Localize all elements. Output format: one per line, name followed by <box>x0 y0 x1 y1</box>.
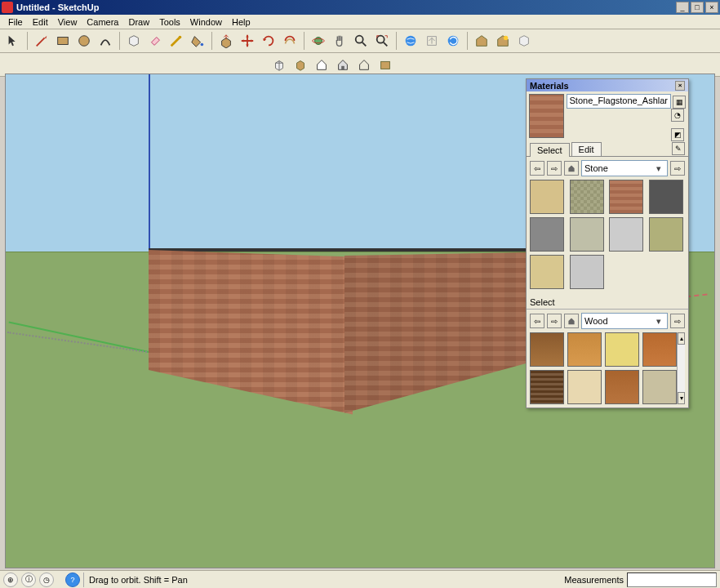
warehouse-tool-1[interactable] <box>472 31 491 51</box>
stone-swatch[interactable] <box>649 180 683 214</box>
move-tool[interactable] <box>238 31 257 51</box>
geo-location-icon[interactable]: ⊕ <box>3 572 18 587</box>
stone-swatch[interactable] <box>530 217 564 252</box>
maximize-button[interactable]: □ <box>691 2 704 13</box>
line-tool[interactable] <box>32 31 51 51</box>
help-icon[interactable]: ? <box>65 572 80 587</box>
wood-swatch[interactable] <box>642 370 677 404</box>
svg-point-6 <box>356 36 363 43</box>
default-material-button[interactable]: ◩ <box>671 128 684 141</box>
style-iso-tool[interactable] <box>269 55 289 74</box>
nav-home-button[interactable] <box>564 161 579 176</box>
warehouse-tool-3[interactable] <box>514 31 534 51</box>
share-model-tool[interactable] <box>422 31 442 51</box>
tape-measure-tool[interactable] <box>167 31 186 51</box>
close-button[interactable]: × <box>705 2 718 13</box>
nav-home-button-2[interactable] <box>564 314 579 328</box>
claim-icon[interactable]: ◷ <box>39 572 54 587</box>
materials-header: Stone_Flagstone_Ashlar ▦ ◔ ◩ <box>527 91 688 140</box>
chevron-down-icon: ▾ <box>653 163 664 174</box>
scroll-up-button[interactable]: ▴ <box>678 332 685 345</box>
style-flat-tool[interactable] <box>376 55 395 74</box>
sample-paint-button[interactable]: ✎ <box>672 142 685 155</box>
wood-scrollbar[interactable]: ▴ ▾ <box>677 332 685 404</box>
chevron-down-icon: ▾ <box>653 316 664 327</box>
stone-swatch[interactable] <box>609 180 643 214</box>
details-button-2[interactable]: ⇨ <box>670 314 685 328</box>
style-house2-tool[interactable] <box>333 55 353 74</box>
category-dropdown-stone[interactable]: Stone ▾ <box>581 160 668 176</box>
refresh-tool[interactable] <box>443 31 463 51</box>
push-pull-tool[interactable] <box>216 31 236 51</box>
select-tool[interactable] <box>3 31 23 51</box>
nav-back-button[interactable]: ⇦ <box>530 161 544 176</box>
style-house3-tool[interactable] <box>354 55 374 74</box>
wood-swatch[interactable] <box>567 332 602 367</box>
menu-window[interactable]: Window <box>185 16 227 28</box>
materials-library-stone: ⇦ ⇨ Stone ▾ ⇨ <box>527 157 688 292</box>
stone-swatch[interactable] <box>570 180 604 214</box>
panel-close-button[interactable]: × <box>675 81 685 91</box>
stone-swatch[interactable] <box>570 255 604 289</box>
rotate-tool[interactable] <box>259 31 278 51</box>
menu-edit[interactable]: Edit <box>28 16 53 28</box>
warehouse-tool-2[interactable] <box>493 31 513 51</box>
style-front-tool[interactable] <box>291 55 310 74</box>
toolbar-divider <box>467 32 468 50</box>
nav-forward-button-2[interactable]: ⇨ <box>547 314 562 328</box>
model-face-right[interactable] <box>344 252 528 420</box>
stone-swatch[interactable] <box>530 180 564 214</box>
eyedropper-button[interactable]: ◔ <box>671 109 684 122</box>
menu-view[interactable]: View <box>53 16 82 28</box>
make-component-tool[interactable] <box>124 31 144 51</box>
stone-swatch[interactable] <box>649 217 683 252</box>
menu-tools[interactable]: Tools <box>154 16 185 28</box>
credits-icon[interactable]: ⓘ <box>21 572 36 587</box>
minimize-button[interactable]: _ <box>676 2 689 13</box>
menu-draw[interactable]: Draw <box>123 16 154 28</box>
wood-swatch[interactable] <box>530 332 564 367</box>
arc-tool[interactable] <box>96 31 115 51</box>
circle-tool[interactable] <box>74 31 94 51</box>
scroll-down-button[interactable]: ▾ <box>678 392 685 404</box>
eraser-tool[interactable] <box>145 31 165 51</box>
menu-help[interactable]: Help <box>227 16 256 28</box>
model-face-left[interactable] <box>149 250 353 421</box>
toolbar-divider <box>304 32 304 50</box>
zoom-tool[interactable] <box>351 31 371 51</box>
svg-point-7 <box>377 36 384 43</box>
wood-swatch[interactable] <box>642 332 677 367</box>
scroll-track[interactable] <box>678 345 685 392</box>
stone-swatch[interactable] <box>609 217 643 252</box>
status-bar: ⊕ ⓘ ◷ ? Drag to orbit. Shift = Pan Measu… <box>0 570 720 588</box>
zoom-extents-tool[interactable] <box>372 31 392 51</box>
style-house1-tool[interactable] <box>312 55 331 74</box>
get-models-tool[interactable] <box>401 31 420 51</box>
nav-back-button-2[interactable]: ⇦ <box>530 314 544 328</box>
menu-bar: File Edit View Camera Draw Tools Window … <box>0 15 720 29</box>
wood-swatch-grid <box>530 332 677 404</box>
current-material-preview[interactable] <box>529 94 564 138</box>
wood-swatch[interactable] <box>530 370 564 404</box>
wood-swatch[interactable] <box>567 370 602 404</box>
rectangle-tool[interactable] <box>53 31 73 51</box>
orbit-tool[interactable] <box>309 31 328 51</box>
wood-swatch[interactable] <box>605 370 639 404</box>
offset-tool[interactable] <box>280 31 300 51</box>
tab-select[interactable]: Select <box>530 143 570 157</box>
stone-swatch[interactable] <box>570 217 604 252</box>
current-material-name[interactable]: Stone_Flagstone_Ashlar <box>567 94 671 109</box>
materials-panel-title-bar[interactable]: Materials × <box>527 79 688 91</box>
menu-camera[interactable]: Camera <box>82 16 123 28</box>
materials-panel[interactable]: Materials × Stone_Flagstone_Ashlar ▦ ◔ ◩… <box>526 78 689 408</box>
wood-swatch[interactable] <box>605 332 639 367</box>
nav-forward-button[interactable]: ⇨ <box>547 161 562 176</box>
menu-file[interactable]: File <box>3 16 28 28</box>
stone-swatch[interactable] <box>530 255 564 289</box>
details-button[interactable]: ⇨ <box>670 161 685 176</box>
measurements-input[interactable] <box>627 572 717 587</box>
pan-tool[interactable] <box>330 31 349 51</box>
tab-edit[interactable]: Edit <box>571 142 602 156</box>
paint-bucket-tool[interactable] <box>188 31 207 51</box>
category-dropdown-wood[interactable]: Wood ▾ <box>581 313 668 329</box>
